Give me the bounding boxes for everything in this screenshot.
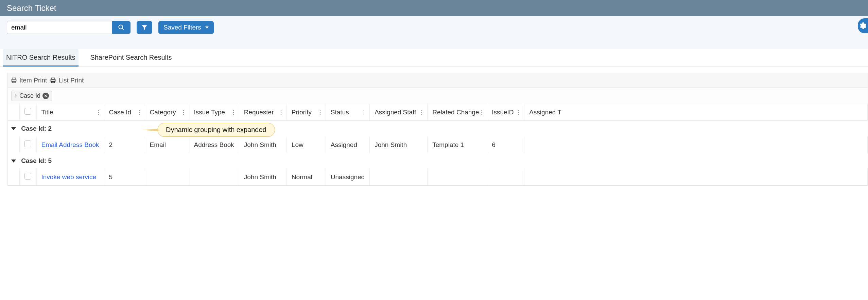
table-row: Email Address Book 2 Email Address Book … bbox=[8, 136, 868, 153]
col-status[interactable]: Status ⋮ bbox=[326, 104, 369, 121]
filter-button[interactable] bbox=[137, 21, 152, 34]
funnel-icon bbox=[141, 24, 148, 31]
saved-filters-label: Saved Filters bbox=[163, 24, 201, 31]
col-requester[interactable]: Requester ⋮ bbox=[239, 104, 287, 121]
column-menu-icon[interactable]: ⋮ bbox=[478, 109, 484, 116]
page-header: Search Ticket bbox=[0, 0, 868, 16]
list-print-label: List Print bbox=[58, 77, 84, 84]
cell-requester: John Smith bbox=[239, 169, 287, 185]
cell-issueid bbox=[487, 169, 524, 185]
svg-rect-4 bbox=[13, 81, 15, 83]
cell-category: Email bbox=[145, 136, 189, 153]
collapse-icon[interactable] bbox=[11, 127, 16, 130]
settings-tab[interactable] bbox=[858, 18, 868, 33]
row-checkbox[interactable] bbox=[24, 173, 31, 180]
col-label: Priority bbox=[292, 109, 312, 116]
grouping-bar: ↑ Case Id ✕ bbox=[7, 88, 868, 104]
col-issueid[interactable]: IssueID ⋮ bbox=[487, 104, 524, 121]
svg-line-1 bbox=[122, 29, 124, 30]
svg-point-0 bbox=[119, 25, 123, 29]
svg-rect-7 bbox=[52, 81, 54, 83]
header-row: Title ⋮ Case Id ⋮ Category ⋮ Issue Type … bbox=[8, 104, 868, 121]
callout-text: Dynamic grouping with expanded bbox=[166, 126, 266, 133]
tab-label: NITRO Search Results bbox=[6, 54, 75, 61]
results-table: Title ⋮ Case Id ⋮ Category ⋮ Issue Type … bbox=[8, 104, 868, 185]
col-label: Assigned T bbox=[529, 109, 561, 116]
col-issue-type[interactable]: Issue Type ⋮ bbox=[189, 104, 239, 121]
sort-asc-icon: ↑ bbox=[14, 92, 17, 99]
results-table-wrap: Dynamic grouping with expanded Title ⋮ C… bbox=[7, 104, 868, 186]
col-title[interactable]: Title ⋮ bbox=[36, 104, 104, 121]
col-label: Category bbox=[150, 109, 176, 116]
cell-case-id: 5 bbox=[104, 169, 145, 185]
col-label: Related Change bbox=[432, 109, 479, 116]
gear-icon bbox=[859, 22, 867, 30]
cell-case-id: 2 bbox=[104, 136, 145, 153]
group-header-row[interactable]: Case Id: 5 bbox=[8, 153, 868, 169]
ticket-title-link[interactable]: Email Address Book bbox=[41, 141, 99, 148]
collapse-icon[interactable] bbox=[11, 160, 16, 163]
printer-icon bbox=[11, 77, 17, 84]
col-label: Title bbox=[41, 109, 53, 116]
remove-grouping-icon[interactable]: ✕ bbox=[42, 93, 49, 99]
item-print-button[interactable]: Item Print bbox=[11, 77, 47, 84]
column-menu-icon[interactable]: ⋮ bbox=[230, 109, 236, 116]
result-tabs: NITRO Search Results SharePoint Search R… bbox=[0, 49, 868, 67]
column-menu-icon[interactable]: ⋮ bbox=[361, 109, 367, 116]
col-case-id[interactable]: Case Id ⋮ bbox=[104, 104, 145, 121]
col-assigned-t[interactable]: Assigned T bbox=[524, 104, 868, 121]
cell-priority: Normal bbox=[287, 169, 326, 185]
print-action-bar: Item Print List Print bbox=[7, 73, 868, 88]
cell-issue-type bbox=[189, 169, 239, 185]
callout-tail-icon bbox=[142, 129, 158, 131]
ticket-title-link[interactable]: Invoke web service bbox=[41, 173, 97, 181]
cell-status: Unassigned bbox=[326, 169, 369, 185]
cell-priority: Low bbox=[287, 136, 326, 153]
column-menu-icon[interactable]: ⋮ bbox=[180, 109, 186, 116]
col-label: Case Id bbox=[109, 109, 131, 116]
column-menu-icon[interactable]: ⋮ bbox=[516, 109, 521, 116]
chevron-down-icon bbox=[205, 26, 209, 29]
cell-assigned-t bbox=[524, 169, 868, 185]
select-all-checkbox[interactable] bbox=[24, 108, 31, 115]
annotation-callout: Dynamic grouping with expanded bbox=[157, 123, 275, 137]
tab-nitro-results[interactable]: NITRO Search Results bbox=[3, 49, 79, 67]
cell-issueid: 6 bbox=[487, 136, 524, 153]
col-related-change[interactable]: Related Change ⋮ bbox=[428, 104, 487, 121]
page-title: Search Ticket bbox=[7, 3, 56, 13]
group-tag-case-id[interactable]: ↑ Case Id ✕ bbox=[11, 91, 52, 101]
col-expand bbox=[8, 104, 19, 121]
column-menu-icon[interactable]: ⋮ bbox=[317, 109, 323, 116]
cell-issue-type: Address Book bbox=[189, 136, 239, 153]
cell-related-change bbox=[428, 169, 487, 185]
cell-status: Assigned bbox=[326, 136, 369, 153]
search-input[interactable] bbox=[7, 21, 112, 34]
cell-related-change: Template 1 bbox=[428, 136, 487, 153]
col-priority[interactable]: Priority ⋮ bbox=[287, 104, 326, 121]
toolbar: Saved Filters bbox=[0, 16, 868, 49]
saved-filters-button[interactable]: Saved Filters bbox=[158, 21, 214, 34]
group-header-row[interactable]: Case Id: 2 bbox=[8, 121, 868, 137]
col-label: IssueID bbox=[492, 109, 514, 116]
column-menu-icon[interactable]: ⋮ bbox=[96, 109, 101, 116]
col-assigned-staff[interactable]: Assigned Staff ⋮ bbox=[370, 104, 428, 121]
list-print-button[interactable]: List Print bbox=[50, 77, 84, 84]
row-checkbox[interactable] bbox=[24, 140, 31, 147]
group-tag-label: Case Id bbox=[19, 92, 40, 99]
col-select-all bbox=[19, 104, 36, 121]
col-label: Requester bbox=[244, 109, 274, 116]
column-menu-icon[interactable]: ⋮ bbox=[278, 109, 284, 116]
search-button[interactable] bbox=[112, 21, 131, 34]
tab-label: SharePoint Search Results bbox=[90, 54, 172, 61]
cell-assigned-staff bbox=[370, 169, 428, 185]
cell-requester: John Smith bbox=[239, 136, 287, 153]
tab-sharepoint-results[interactable]: SharePoint Search Results bbox=[87, 49, 175, 67]
printer-icon bbox=[50, 77, 56, 84]
group-header-text: Case Id: 2 bbox=[21, 125, 52, 132]
item-print-label: Item Print bbox=[19, 77, 47, 84]
column-menu-icon[interactable]: ⋮ bbox=[419, 109, 424, 116]
col-category[interactable]: Category ⋮ bbox=[145, 104, 189, 121]
col-label: Issue Type bbox=[194, 109, 225, 116]
group-header-text: Case Id: 5 bbox=[21, 157, 52, 164]
column-menu-icon[interactable]: ⋮ bbox=[136, 109, 142, 116]
